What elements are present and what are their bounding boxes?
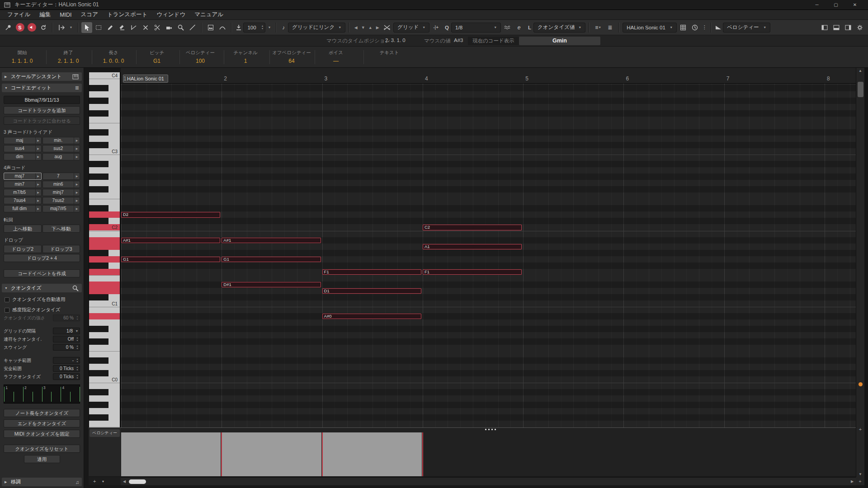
info-field-6[interactable]: オフベロシティー64 [267, 47, 316, 67]
piano-key-C#2[interactable] [89, 218, 108, 224]
info-field-2[interactable]: 長さ1. 0. 0. 0 [89, 47, 138, 67]
vertical-scrollbar[interactable]: ▲ + ▼ [856, 68, 864, 477]
piano-key-F#3[interactable] [89, 110, 108, 117]
scroll-down-button[interactable]: ▼ [856, 472, 864, 476]
piano-key-G#-1[interactable] [89, 402, 108, 408]
piano-key-A#-1[interactable] [89, 389, 108, 395]
stepper-down-icon[interactable]: ▼ [76, 369, 78, 371]
color-tool-button[interactable] [205, 22, 216, 33]
stepper-down-icon[interactable]: ▼ [76, 361, 78, 363]
stepper-up-icon[interactable]: ▲ [76, 337, 78, 339]
chord-type-dim[interactable]: dim▶ [4, 153, 42, 160]
piano-key-D1[interactable] [89, 288, 120, 294]
vertical-scroll-thumb[interactable] [858, 82, 863, 97]
stepper-up-icon[interactable]: ▲ [76, 345, 78, 347]
stepper-up-icon[interactable]: ▲ [76, 358, 78, 360]
nudge-right-button[interactable]: ▶ [374, 22, 381, 33]
chord-type-7sus4[interactable]: 7sus4▶ [4, 197, 42, 204]
piano-key-D#2[interactable] [89, 205, 108, 211]
menu-item-3[interactable]: スコア [76, 11, 103, 19]
chevron-right-icon[interactable]: ▶ [35, 145, 41, 152]
length-quantize-dropdown[interactable]: クオンタイズ値▼ [533, 23, 585, 33]
move-up-button[interactable]: 上へ移動 [4, 225, 42, 233]
more-options-button[interactable]: ⋮ [701, 22, 708, 33]
line-tool-button[interactable] [187, 22, 198, 33]
match-with-chord-track-button[interactable]: コードトラックに合わせる [4, 117, 80, 125]
piano-key-F#0[interactable] [89, 338, 108, 345]
nudge-down-button[interactable]: ▼ [360, 22, 366, 33]
note-display-area[interactable]: D2A#1G1A#1G1D#1F1D1A#0C2A1F1 [121, 84, 856, 427]
piano-key-A#2[interactable] [89, 161, 108, 167]
piano-key-A#1[interactable] [89, 237, 120, 244]
chord-type-7[interactable]: 7▶ [42, 173, 80, 180]
chevron-down-icon[interactable]: ▼ [74, 329, 80, 333]
scroll-left-button[interactable]: ◀ [121, 479, 128, 483]
horizontal-scrollbar[interactable]: ◀ ▶ [121, 477, 856, 485]
grid-spacing-field[interactable]: 1/8▼ [53, 328, 80, 334]
midi-note-D2[interactable]: D2 [121, 212, 220, 218]
quantize-strength-field[interactable]: 60 %▲▼ [53, 314, 80, 321]
velocity-lane[interactable] [121, 427, 856, 476]
controller-lane-menu-button[interactable]: ▼ [101, 480, 104, 483]
chevron-right-icon[interactable]: ▶ [74, 206, 80, 212]
stepper-up-icon[interactable]: ▲ [76, 315, 78, 318]
info-field-7[interactable]: ボイス— [311, 47, 361, 67]
time-format-button[interactable] [689, 22, 700, 33]
scroll-up-button[interactable]: ▲ [856, 69, 864, 73]
chord-type-maj7[interactable]: maj7▶ [4, 173, 42, 180]
piano-key-D#3[interactable] [89, 129, 108, 136]
chevron-right-icon[interactable]: ▶ [35, 181, 41, 188]
piano-key-A1[interactable] [89, 244, 120, 250]
chevron-right-icon[interactable]: ▶ [35, 206, 41, 212]
info-field-5[interactable]: チャンネル1 [221, 47, 270, 67]
piano-key-A#3[interactable] [89, 85, 108, 91]
section-quantize[interactable]: ▼ クオンタイズ [2, 284, 82, 292]
info-field-8[interactable]: テキスト [364, 47, 414, 67]
step-input-button[interactable] [38, 22, 49, 33]
menu-item-0[interactable]: ファイル [3, 11, 35, 19]
chord-type-aug[interactable]: aug▶ [42, 153, 80, 160]
erase-tool-button[interactable] [117, 22, 127, 33]
range-selection-tool-button[interactable] [93, 22, 104, 33]
piano-key-D#0[interactable] [89, 357, 108, 364]
piano-key-G#1[interactable] [89, 250, 108, 256]
chevron-right-icon[interactable]: ▶ [35, 173, 41, 179]
stepper-down-icon[interactable]: ▼ [76, 339, 78, 342]
nudge-up-button[interactable]: ▲ [367, 22, 373, 33]
midi-note-A1[interactable]: A1 [423, 244, 522, 250]
apply-quantize-button[interactable]: 適用 [24, 455, 60, 463]
chevron-right-icon[interactable]: ▶ [35, 189, 41, 196]
left-zone-button[interactable] [819, 22, 830, 33]
chord-type-min6[interactable]: min6▶ [42, 181, 80, 188]
info-field-4[interactable]: ベロシティー100 [175, 47, 225, 67]
autoscroll-menu-button[interactable]: ▼ [68, 22, 74, 33]
info-field-3[interactable]: ピッチG1 [132, 47, 182, 67]
midi-note-D1[interactable]: D1 [322, 288, 421, 294]
chevron-right-icon[interactable]: ▶ [74, 154, 80, 160]
midi-note-F1[interactable]: F1 [423, 269, 522, 275]
piano-key-G#0[interactable] [89, 326, 108, 332]
stepper-down-icon[interactable]: ▼ [76, 318, 78, 320]
chevron-right-icon[interactable]: ▶ [35, 197, 41, 204]
maximize-button[interactable]: ▢ [826, 0, 845, 10]
piano-key-G#2[interactable] [89, 174, 108, 180]
setup-toolbar-button[interactable] [854, 22, 865, 33]
length-link-dropdown[interactable]: グリッドにリンク▼ [288, 23, 345, 33]
piano-key-F#-1[interactable] [89, 414, 108, 421]
stepper-down-icon[interactable]: ▼ [260, 28, 265, 30]
stepper-down-icon[interactable]: ▼ [76, 347, 78, 350]
midi-note-A#1[interactable]: A#1 [222, 238, 321, 244]
grid-type-dropdown[interactable]: グリッド▼ [393, 23, 429, 33]
chevron-right-icon[interactable]: ▶ [74, 173, 80, 179]
chevron-right-icon[interactable]: ▶ [74, 145, 80, 152]
pin-button[interactable] [3, 22, 14, 33]
midi-note-G1[interactable]: G1 [222, 257, 321, 263]
minimize-button[interactable]: ─ [807, 0, 826, 10]
auto-apply-quantize-checkbox[interactable]: クオンタイズを自動適用 [5, 296, 79, 303]
tuplet-quantize-field[interactable]: Off▲▼ [53, 336, 80, 343]
safety-range-field[interactable]: 0 Ticks▲▼ [53, 365, 80, 372]
swing-field[interactable]: 0 %▲▼ [53, 344, 80, 351]
scroll-right-button[interactable]: ▶ [849, 479, 856, 483]
add-controller-lane-button[interactable]: + [93, 479, 96, 484]
stepper-up-icon[interactable]: ▲ [76, 374, 78, 376]
